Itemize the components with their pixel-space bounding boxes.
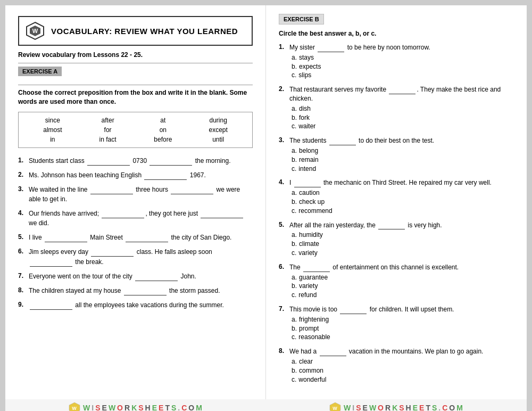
mc-question-text: 2.That restaurant serves my favorite . T… [279, 85, 514, 103]
answer-blank[interactable] [30, 300, 72, 310]
question-number: 7. [18, 271, 27, 281]
exercise-a-instruction: Choose the correct preposition from the … [18, 88, 253, 106]
word-box-item: for [80, 126, 136, 134]
answer-blank[interactable] [135, 271, 178, 281]
mc-text: I the mechanic on Third Street. He repai… [289, 178, 492, 187]
answer-blank[interactable] [201, 208, 243, 218]
question-number: 4. [279, 178, 287, 187]
question-text: Students start class 0730 the morning. [29, 155, 230, 166]
option-value: common [299, 366, 323, 375]
option-letter: a. [292, 104, 297, 113]
mc-text: This movie is too for children. It will … [289, 305, 454, 314]
question-text: I live Main Street the city of San Diego… [29, 232, 231, 242]
option-letter: b. [292, 198, 297, 207]
answer-blank[interactable] [87, 155, 130, 166]
answer-blank[interactable] [91, 246, 134, 257]
answer-blank[interactable] [171, 184, 213, 194]
main-title: VOCABULARY: REVIEW WHAT YOU LEARNED [51, 27, 238, 36]
option-value: prompt [299, 324, 319, 333]
option-letter: c. [292, 165, 296, 174]
option-value: refund [298, 291, 317, 300]
word-box-item: after [80, 117, 136, 124]
answer-blank[interactable] [149, 155, 192, 166]
divider-2 [18, 85, 253, 85]
mc-question-text: 8.We had a vacation in the mountains. We… [279, 347, 514, 356]
option-letter: a. [292, 273, 297, 282]
mc-option: c.variety [292, 249, 514, 258]
option-letter: c. [292, 375, 296, 384]
option-letter: a. [292, 231, 297, 240]
option-letter: c. [292, 71, 296, 80]
option-value: variety [298, 249, 317, 258]
question-number: 4. [18, 208, 27, 228]
option-value: caution [299, 188, 320, 198]
exercise-b-label: EXERCISE B [279, 14, 324, 24]
mc-question-text: 4.I the mechanic on Third Street. He rep… [279, 178, 514, 187]
mc-option: c.recommend [292, 207, 514, 216]
mc-option: b.remain [292, 155, 514, 165]
option-letter: c. [292, 333, 296, 342]
answer-blank[interactable] [45, 232, 87, 242]
list-item: 6.Jim sleeps every day class. He falls a… [18, 246, 253, 267]
word-box-item: except [190, 126, 246, 134]
list-item: 1.Students start class 0730 the morning. [18, 155, 253, 166]
mc-option: c.reasonable [292, 333, 514, 342]
mc-options: a.belongb.remainc.intend [279, 146, 514, 173]
exercise-a-questions: 1.Students start class 0730 the morning.… [18, 155, 253, 310]
mc-option: b.fork [292, 113, 514, 122]
mc-options: a.clearb.commonc.wonderful [279, 357, 514, 384]
option-value: stays [299, 53, 314, 62]
option-value: guarantee [299, 273, 328, 282]
option-letter: b. [292, 366, 297, 375]
mc-options: a.cautionb.check upc.recommend [279, 188, 514, 215]
question-number: 1. [279, 43, 287, 52]
mc-option: c.refund [292, 291, 514, 300]
option-letter: c. [292, 249, 296, 258]
question-number: 6. [279, 262, 287, 272]
answer-blank[interactable] [90, 184, 133, 194]
option-letter: b. [292, 240, 297, 249]
list-item: 3.The students to do their best on the t… [279, 136, 514, 173]
question-number: 3. [18, 184, 27, 204]
option-letter: a. [292, 357, 297, 366]
option-value: fork [299, 113, 310, 122]
question-number: 7. [279, 305, 287, 314]
question-number: 9. [18, 300, 27, 310]
question-text: Jim sleeps every day class. He falls asl… [29, 246, 253, 267]
list-item: 2.Ms. Johnson has been teaching English … [18, 170, 253, 180]
mc-question-text: 1.My sister to be here by noon tomorrow. [279, 43, 514, 52]
answer-blank[interactable] [124, 285, 167, 295]
list-item: 4.Our friends have arrived; , they got h… [18, 208, 253, 228]
answer-blank[interactable] [126, 232, 168, 242]
word-box-item: until [190, 136, 246, 143]
word-box-item: almost [25, 126, 80, 134]
option-letter: c. [292, 122, 296, 131]
mc-option: a.dish [292, 104, 514, 113]
answer-blank[interactable] [102, 208, 144, 218]
option-letter: a. [292, 146, 297, 155]
mc-text: My sister to be here by noon tomorrow. [289, 43, 430, 52]
option-value: humidity [299, 231, 323, 240]
option-value: expects [299, 62, 321, 71]
list-item: 4.I the mechanic on Third Street. He rep… [279, 178, 514, 215]
option-letter: b. [292, 282, 297, 291]
watermark-logo-right: W [329, 402, 341, 411]
footer-right: W WISEWORKSHEETS.COM [266, 399, 527, 411]
word-box-item: before [136, 136, 191, 143]
mc-text: We had a vacation in the mountains. We p… [289, 347, 483, 356]
option-value: climate [299, 240, 319, 249]
option-value: check up [299, 198, 325, 207]
list-item: 6.The of entertainment on this channel i… [279, 262, 514, 300]
answer-blank[interactable] [30, 257, 72, 267]
option-value: remain [299, 155, 319, 165]
mc-answer-blank [303, 262, 330, 272]
option-value: belong [299, 146, 318, 155]
option-letter: b. [292, 324, 297, 333]
answer-blank[interactable] [144, 170, 187, 180]
word-box-item: in [25, 136, 80, 143]
list-item: 3.We waited in the line three hours we w… [18, 184, 253, 204]
mc-option: b.expects [292, 62, 514, 71]
mc-option: b.check up [292, 198, 514, 207]
mc-option: b.common [292, 366, 514, 375]
mc-question-text: 6.The of entertainment on this channel i… [279, 262, 514, 272]
